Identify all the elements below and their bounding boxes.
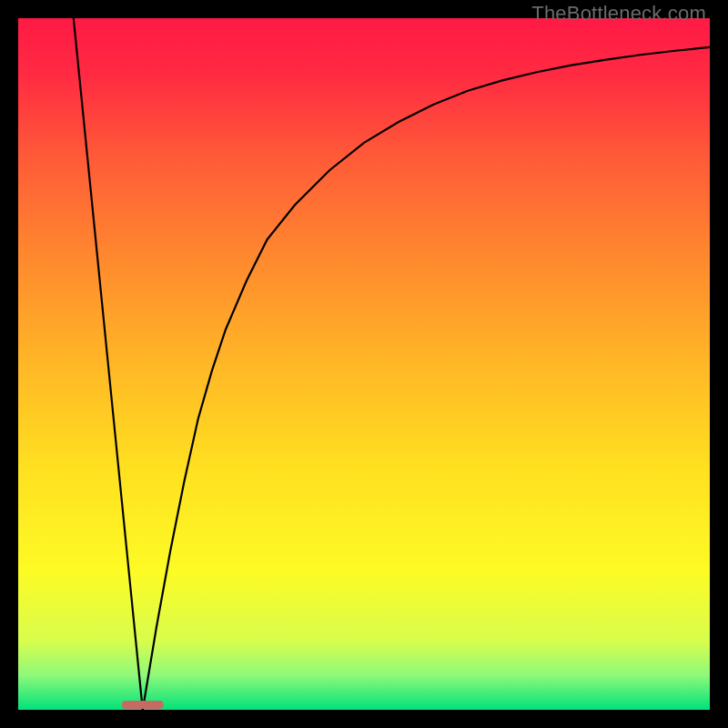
gradient-background	[18, 18, 710, 710]
optimum-marker	[122, 701, 164, 709]
chart-frame	[18, 18, 710, 710]
bottleneck-chart	[18, 18, 710, 710]
